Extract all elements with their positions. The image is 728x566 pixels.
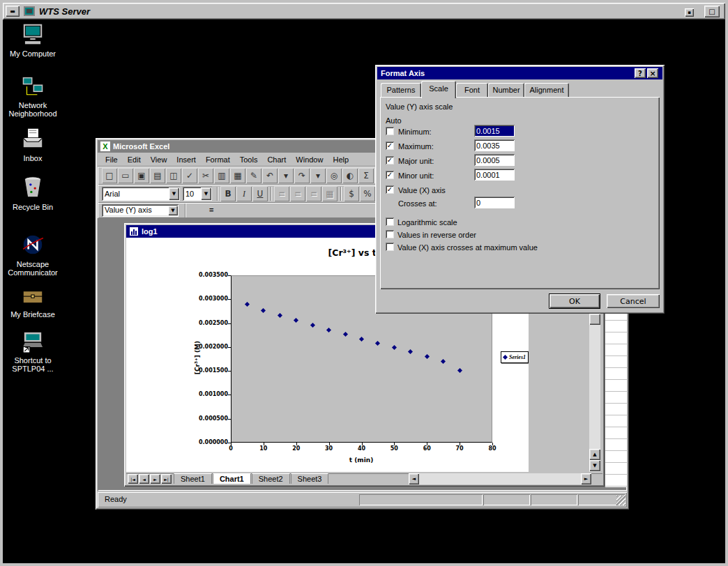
arrow-up-icon: ▲ <box>593 452 596 457</box>
print-button[interactable]: ▤ <box>150 168 165 183</box>
chart-legend[interactable]: Series1 <box>501 351 529 363</box>
tab-prev-button[interactable]: ◄ <box>139 474 149 484</box>
bold-button[interactable]: B <box>220 186 236 201</box>
menu-item[interactable]: Tools <box>235 153 263 167</box>
print-preview-button[interactable]: ◫ <box>166 168 181 183</box>
align-center-button[interactable]: ≡ <box>290 186 305 201</box>
italic-button[interactable]: I <box>236 186 252 201</box>
tab-next-button[interactable]: ► <box>150 474 160 484</box>
scroll-down-button[interactable]: ▼ <box>589 460 600 471</box>
sheet-tab-sheet1[interactable]: Sheet1 <box>174 473 212 484</box>
desktop-icon-shortcut-sptlp04[interactable]: Shortcut to SPTLP04 ... <box>6 329 60 373</box>
scroll-left-button[interactable]: ◄ <box>409 473 419 484</box>
maximum-input[interactable] <box>474 139 515 151</box>
y-axis-title[interactable]: [Cr³⁺] (M) <box>194 330 201 385</box>
x-axis-title[interactable]: t (min) <box>340 457 382 464</box>
dialog-titlebar[interactable]: Format Axis <box>377 67 662 79</box>
menu-item[interactable]: Chart <box>262 153 291 167</box>
percent-style-button[interactable]: % <box>360 186 375 201</box>
save-button[interactable]: ▣ <box>134 168 149 183</box>
font-size-combo[interactable]: 10 ▼ <box>183 187 212 201</box>
desktop-icon-inbox[interactable]: Inbox <box>6 127 60 162</box>
sheet-tab-sheet2[interactable]: Sheet2 <box>252 473 290 484</box>
format-axis-dialog: Format Axis ? × Patterns Scale Font Numb… <box>375 65 665 314</box>
y-tick-label: 0.001000 <box>195 391 228 397</box>
desktop-icon-netscape-communicator[interactable]: Netscape Communicator <box>6 233 60 277</box>
dialog-close-button[interactable]: × <box>647 68 658 78</box>
cancel-button[interactable]: Cancel <box>607 294 660 308</box>
crosses-at-input[interactable] <box>474 197 515 208</box>
undo-button[interactable]: ↶ <box>262 168 278 183</box>
sheet-tab-sheet3[interactable]: Sheet3 <box>291 473 329 484</box>
wts-minimize-button[interactable]: ▪ <box>685 8 694 17</box>
copy-button[interactable]: ▥ <box>214 168 229 183</box>
menu-item[interactable]: View <box>146 153 172 167</box>
spelling-button[interactable]: ✓ <box>182 168 197 183</box>
minimum-checkbox[interactable] <box>386 127 394 135</box>
desktop-icon-my-computer[interactable]: My Computer <box>6 22 60 58</box>
chevron-down-icon[interactable]: ▼ <box>201 188 211 200</box>
align-left-button[interactable]: ≡ <box>274 186 289 201</box>
wts-system-menu-button[interactable]: ▬ <box>6 6 20 17</box>
tab-scale[interactable]: Scale <box>421 81 456 98</box>
paste-button[interactable]: ▦ <box>230 168 245 183</box>
y-tick-label: 0.002000 <box>195 344 228 350</box>
format-painter-button[interactable]: ✎ <box>246 168 261 183</box>
redo-button[interactable]: ↷ <box>294 168 310 183</box>
scroll-right-button[interactable]: ► <box>581 473 591 484</box>
font-name-combo[interactable]: Arial ▼ <box>102 187 180 201</box>
insert-hyperlink-button[interactable]: ◎ <box>326 168 342 183</box>
undo-dropdown[interactable]: ▾ <box>278 168 294 183</box>
tab-patterns[interactable]: Patterns <box>381 83 421 98</box>
name-box[interactable]: Value (Y) axis <box>102 204 179 217</box>
new-button[interactable]: □ <box>102 168 117 183</box>
sheet-tab-chart1[interactable]: Chart1 <box>213 473 251 484</box>
menu-item[interactable]: Format <box>201 153 235 167</box>
autosum-button[interactable]: Σ <box>358 168 374 183</box>
align-right-button[interactable]: ≡ <box>306 186 321 201</box>
y-tick-label: 0.003000 <box>195 296 228 302</box>
underline-button[interactable]: U <box>252 186 268 201</box>
scroll-up-button-2[interactable]: ▲ <box>589 449 600 460</box>
y-tick-mark <box>228 419 231 420</box>
minor-unit-input[interactable] <box>474 169 515 181</box>
menu-item[interactable]: Edit <box>123 153 146 167</box>
open-button[interactable]: ▭ <box>118 168 133 183</box>
menu-item[interactable]: Help <box>328 153 354 167</box>
major-unit-input[interactable] <box>474 154 515 166</box>
desktop-icon-my-briefcase[interactable]: My Briefcase <box>6 283 60 319</box>
menu-item[interactable]: Window <box>291 153 328 167</box>
reverse-order-checkbox[interactable] <box>386 230 394 238</box>
x-tick-mark <box>460 443 460 445</box>
scrollbar-thumb[interactable] <box>589 314 600 325</box>
cut-button[interactable]: ✂ <box>198 168 213 183</box>
major-unit-checkbox[interactable]: ✓ <box>386 156 394 165</box>
legend-label: Series1 <box>509 354 526 360</box>
tab-last-button[interactable]: ►| <box>161 474 172 484</box>
redo-dropdown[interactable]: ▾ <box>310 168 326 183</box>
maximum-checkbox[interactable]: ✓ <box>386 142 394 150</box>
desktop-icon-recycle-bin[interactable]: Recycle Bin <box>6 174 60 211</box>
menu-item[interactable]: File <box>100 153 123 167</box>
horizontal-scrollbar[interactable]: ◄ ► <box>409 473 591 484</box>
chevron-down-icon[interactable]: ▼ <box>169 188 179 200</box>
dialog-help-button[interactable]: ? <box>635 68 646 78</box>
ok-button[interactable]: OK <box>549 294 600 308</box>
merge-center-button[interactable]: ▦ <box>322 186 338 201</box>
minor-unit-checkbox[interactable]: ✓ <box>386 171 394 179</box>
menu-item[interactable]: Insert <box>172 153 201 167</box>
currency-style-button[interactable]: $ <box>344 186 359 201</box>
tab-first-button[interactable]: |◄ <box>128 474 138 484</box>
resize-grip[interactable] <box>616 496 625 505</box>
name-box-dropdown[interactable]: ▼ <box>168 206 178 215</box>
logarithmic-scale-checkbox[interactable] <box>386 217 394 226</box>
desktop-icon-network-neighborhood[interactable]: Network Neighborhood <box>6 74 60 118</box>
crosses-at-max-checkbox[interactable] <box>386 243 394 251</box>
wts-maximize-button[interactable]: □ <box>704 6 720 17</box>
tab-alignment[interactable]: Alignment <box>524 83 569 98</box>
web-toolbar-button[interactable]: ◐ <box>342 168 358 183</box>
x-axis-checkbox[interactable]: ✓ <box>386 185 394 194</box>
tab-font[interactable]: Font <box>456 83 488 98</box>
tab-number[interactable]: Number <box>488 83 524 98</box>
minimum-input[interactable] <box>474 125 515 137</box>
